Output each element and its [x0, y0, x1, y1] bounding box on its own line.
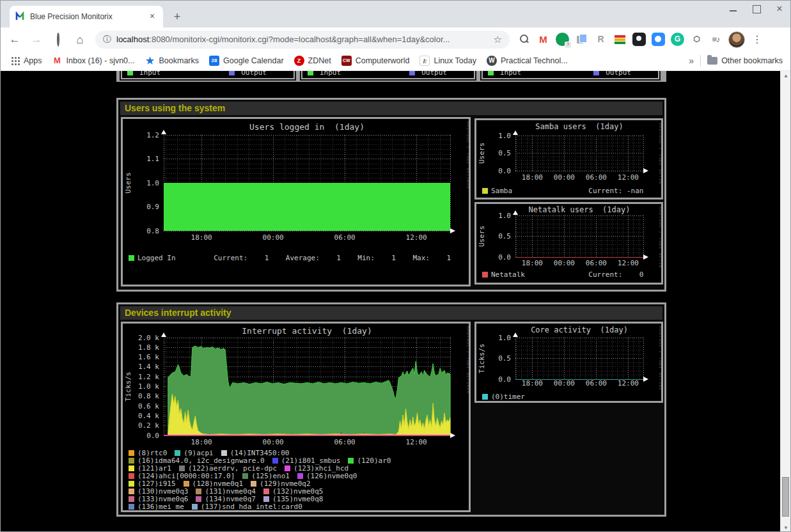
svg-text:00:00: 00:00 — [554, 259, 575, 267]
legend-swatch — [482, 394, 488, 400]
svg-text:06:00: 06:00 — [334, 438, 356, 446]
core-activity-graph[interactable]: 1.00.50.018:0000:0006:0012:00Core activi… — [474, 322, 663, 403]
input-swatch — [488, 71, 494, 75]
svg-text:00:00: 00:00 — [554, 173, 575, 182]
legend-row: Netatalk Current: 0 — [482, 271, 661, 279]
svg-text:0.6 k: 0.6 k — [138, 402, 159, 411]
calendar-icon: 28 — [209, 56, 219, 66]
home-icon[interactable]: ⌂ — [72, 32, 88, 47]
svg-text:0.9: 0.9 — [146, 203, 159, 211]
browser-tab[interactable]: Blue Precision Monitorix × — [10, 6, 163, 27]
graph-legend: Netatalk Current: 0 — [476, 268, 661, 279]
menu-icon[interactable]: ⋮ — [752, 33, 762, 45]
svg-text:0.2 k: 0.2 k — [138, 421, 159, 430]
gmail-icon[interactable]: M — [536, 33, 550, 46]
playlist-icon[interactable]: ≡♪ — [709, 33, 723, 46]
keep-icon[interactable] — [632, 33, 646, 46]
net1-graph[interactable]: InputOutput — [301, 71, 475, 79]
section-title: Users using the system — [120, 102, 662, 115]
tab-close-icon[interactable]: × — [146, 11, 158, 22]
search-icon[interactable] — [517, 33, 531, 46]
bookmark-linux-today[interactable]: ltLinux Today — [419, 56, 476, 66]
bookmark-google-calendar[interactable]: 28Google Calendar — [209, 56, 284, 66]
section-users: Users using the system 1.21.11.00.90.818… — [116, 98, 666, 292]
netatalk-chart-canvas: 1.00.50.018:0000:0006:0012:00Netatalk us… — [476, 204, 661, 268]
bookmark-computerworld[interactable]: CWComputerworld — [341, 56, 410, 66]
wordpress-icon: W — [487, 56, 497, 66]
scroll-up-icon[interactable]: ▲ — [781, 71, 790, 81]
svg-text:1.4 k: 1.4 k — [138, 363, 159, 371]
svg-text:00:00: 00:00 — [554, 379, 575, 387]
divider — [700, 55, 701, 66]
new-tab-button[interactable]: + — [169, 10, 185, 25]
samba-users-graph[interactable]: 1.00.50.018:0000:0006:0012:00Samba users… — [474, 118, 663, 199]
back-icon[interactable]: ← — [7, 32, 22, 47]
interrupt-activity-graph[interactable]: 2.0 k1.8 k1.6 k1.4 k1.2 k1.0 k0.8 k0.6 k… — [121, 322, 471, 512]
svg-text:0.0: 0.0 — [498, 167, 511, 175]
extension-icons: M R G ⬡ ≡♪ ⋮ — [517, 31, 769, 48]
avatar[interactable] — [728, 31, 745, 48]
window-close-icon[interactable]: × — [775, 4, 784, 13]
svg-text:12:00: 12:00 — [406, 233, 427, 242]
svg-text:Users: Users — [478, 226, 486, 247]
window-controls: × — [729, 4, 784, 13]
meet-icon[interactable] — [652, 33, 665, 46]
bookmark-zdnet[interactable]: ZZDNet — [294, 56, 331, 66]
voice-icon[interactable] — [556, 33, 569, 46]
page-info-icon[interactable]: ⓘ — [103, 34, 111, 45]
legend-swatch — [129, 465, 134, 471]
users-logged-in-graph[interactable]: 1.21.11.00.90.818:0000:0006:0012:00Users… — [121, 117, 471, 286]
legend-swatch — [129, 450, 134, 456]
netatalk-users-graph[interactable]: 1.00.50.018:0000:0006:0012:00Netatalk us… — [474, 202, 663, 285]
reload-icon[interactable] — [51, 32, 66, 47]
url-path: :8080/monitorix-cgi/monitorix.cgi?mode=l… — [149, 35, 450, 44]
svg-text:1.8 k: 1.8 k — [138, 343, 159, 352]
minimize-icon[interactable] — [729, 4, 738, 13]
forward-icon[interactable]: → — [29, 32, 44, 47]
legend-input: Input — [488, 71, 521, 76]
svg-text:RRDTOOL / TOBI OETIKER: RRDTOOL / TOBI OETIKER — [658, 207, 661, 268]
r-icon[interactable]: R — [594, 33, 607, 46]
bookmark-practical-technology[interactable]: WPractical Technol... — [487, 56, 568, 66]
legend-swatch — [129, 489, 134, 494]
apps-button[interactable]: Apps — [11, 56, 42, 65]
svg-text:1.0: 1.0 — [498, 212, 511, 220]
bookmarks-overflow-icon[interactable]: » — [689, 56, 694, 66]
url-host: localhost — [116, 35, 149, 44]
rrdtool-watermark: RRDTOOL / TOBI OETIKER — [658, 123, 661, 184]
url-text[interactable]: localhost:8080/monitorix-cgi/monitorix.c… — [116, 35, 490, 44]
scrollbar-thumb[interactable] — [782, 477, 789, 517]
bookmark-star-icon[interactable]: ☆ — [494, 34, 502, 45]
other-bookmarks-button[interactable]: Other bookmarks — [707, 56, 783, 65]
svg-text:2.0 k: 2.0 k — [138, 334, 159, 342]
page-content: InputOutput InputOutput InputOutput User… — [1, 71, 790, 532]
svg-text:18:00: 18:00 — [522, 173, 543, 182]
maximize-icon[interactable] — [752, 4, 761, 13]
svg-text:RRDTOOL / TOBI OETIKER: RRDTOOL / TOBI OETIKER — [466, 326, 469, 394]
grammarly-icon[interactable]: G — [671, 33, 684, 46]
bookmark-bookmarks[interactable]: ★Bookmarks — [145, 56, 200, 66]
linux-today-icon: lt — [419, 56, 430, 66]
svg-text:00:00: 00:00 — [263, 233, 284, 242]
legend-row: Samba Current: -nan — [482, 187, 661, 195]
star-icon: ★ — [145, 56, 155, 66]
copy-icon[interactable] — [575, 33, 588, 46]
monitorix-favicon — [15, 12, 25, 22]
rrdtool-watermark: RRDTOOL / TOBI OETIKER — [658, 326, 661, 390]
net0-graph[interactable]: InputOutput — [121, 71, 295, 79]
legend-swatch — [263, 489, 269, 494]
svg-text:1.0: 1.0 — [146, 179, 159, 187]
scrollbar[interactable]: ▲ ▼ — [780, 71, 790, 532]
input-swatch — [308, 71, 313, 75]
bookmark-inbox[interactable]: MInbox (16) - sjvn0... — [52, 56, 135, 66]
url-bar[interactable]: ⓘ localhost:8080/monitorix-cgi/monitorix… — [95, 31, 510, 49]
books-icon[interactable] — [613, 33, 627, 46]
svg-text:0.5: 0.5 — [498, 354, 511, 363]
legend-swatch — [297, 473, 303, 479]
scroll-down-icon[interactable]: ▼ — [781, 523, 790, 532]
net2-graph[interactable]: InputOutput — [482, 71, 659, 79]
puzzle-icon[interactable]: ⬡ — [690, 33, 703, 46]
legend-swatch — [129, 458, 134, 464]
svg-text:00:00: 00:00 — [263, 438, 284, 446]
svg-text:0.0: 0.0 — [498, 375, 511, 384]
